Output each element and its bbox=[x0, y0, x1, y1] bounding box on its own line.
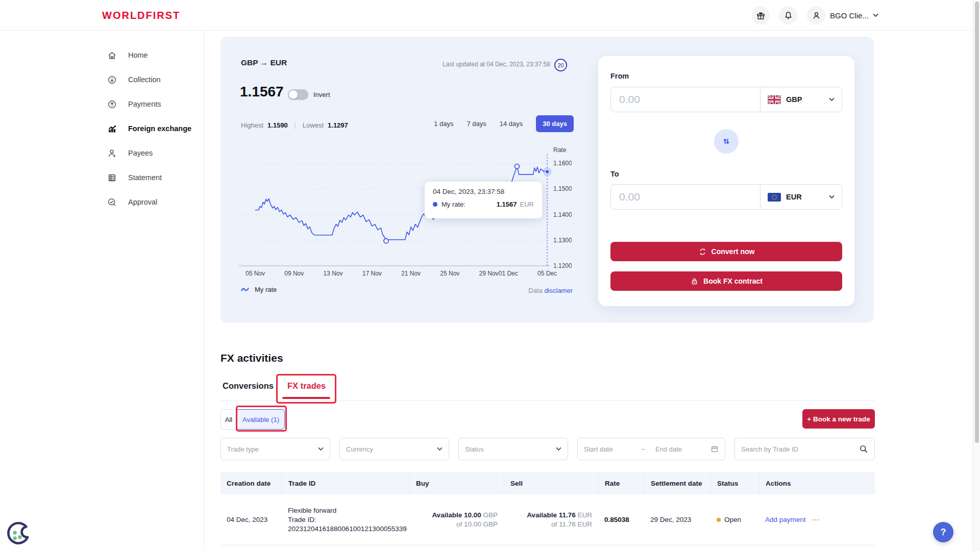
refresh-countdown-badge: 20 bbox=[554, 59, 567, 71]
to-amount-row: EUR bbox=[610, 184, 842, 210]
col-sell: Sell bbox=[504, 472, 598, 494]
trade-id-search-input[interactable] bbox=[741, 445, 859, 453]
help-button[interactable]: ? bbox=[933, 522, 953, 542]
sidebar-item-label: Collection bbox=[128, 76, 161, 84]
sell-amount: 11.76 bbox=[559, 511, 576, 519]
sidebar-item-label: Payees bbox=[128, 149, 153, 157]
trade-id-search[interactable] bbox=[734, 438, 875, 460]
svg-text:05 Nov: 05 Nov bbox=[246, 270, 265, 277]
approval-icon bbox=[107, 197, 117, 207]
convert-now-button[interactable]: Convert now bbox=[610, 242, 842, 261]
filter-chip-all[interactable]: All bbox=[220, 409, 237, 430]
notifications-button[interactable] bbox=[779, 6, 797, 24]
divider bbox=[220, 400, 875, 401]
chevron-down-icon bbox=[829, 195, 835, 199]
filters-row: Trade type Currency Status Start date ~ … bbox=[220, 438, 875, 460]
foreign-exchange-icon bbox=[107, 124, 117, 134]
active-tab-underline bbox=[282, 397, 330, 399]
divider bbox=[295, 122, 296, 129]
to-currency-code: EUR bbox=[786, 193, 802, 201]
start-date-placeholder: Start date bbox=[584, 445, 612, 453]
buy-available-label: Available bbox=[432, 511, 462, 519]
sidebar-item-label: Payments bbox=[128, 100, 161, 108]
home-icon bbox=[107, 51, 117, 60]
buy-currency: GBP bbox=[483, 511, 498, 519]
scrollbar-track[interactable] bbox=[973, 0, 980, 551]
eur-flag-icon bbox=[768, 193, 781, 202]
trade-id-label: Trade ID: bbox=[288, 516, 316, 523]
range-14-days[interactable]: 14 days bbox=[500, 120, 523, 128]
to-currency-select[interactable]: EUR bbox=[760, 185, 842, 209]
account-name: BGO Clie... bbox=[830, 11, 869, 20]
sidebar-item-statement[interactable]: Statement bbox=[107, 165, 162, 190]
sidebar-item-approval[interactable]: Approval bbox=[107, 190, 157, 214]
sidebar-item-home[interactable]: Home bbox=[107, 43, 148, 67]
add-payment-link[interactable]: Add payment bbox=[765, 516, 806, 523]
invert-toggle[interactable] bbox=[288, 89, 308, 100]
search-icon bbox=[859, 444, 868, 454]
currency-pair-title: GBP → EUR bbox=[241, 58, 287, 67]
tooltip-value: 1.1567 bbox=[497, 201, 517, 208]
svg-text:1.1600: 1.1600 bbox=[553, 160, 572, 167]
currency-select[interactable]: Currency bbox=[339, 438, 449, 460]
sidebar-item-collection[interactable]: Collection bbox=[107, 67, 161, 92]
range-30-days-active[interactable]: 30 days bbox=[536, 115, 574, 132]
lowest-label: Lowest bbox=[303, 121, 324, 129]
book-new-trade-button[interactable]: + Book a new trade bbox=[802, 409, 875, 429]
statement-icon bbox=[107, 173, 117, 183]
svg-text:13 Nov: 13 Nov bbox=[324, 270, 343, 277]
from-currency-code: GBP bbox=[786, 95, 802, 104]
date-range-picker[interactable]: Start date ~ End date bbox=[577, 438, 725, 460]
svg-text:09 Nov: 09 Nov bbox=[284, 270, 304, 277]
tooltip-series-label: My rate: bbox=[442, 201, 465, 208]
buy-amount: 10.00 bbox=[464, 511, 481, 519]
svg-text:Rate: Rate bbox=[553, 146, 567, 154]
gbp-flag-icon bbox=[768, 95, 781, 104]
cookie-consent-widget[interactable] bbox=[3, 520, 33, 550]
chevron-down-icon bbox=[829, 97, 835, 102]
filter-chip-available[interactable]: Available (1) bbox=[237, 409, 285, 430]
sidebar-item-foreign-exchange[interactable]: Foreign exchange bbox=[107, 116, 191, 141]
sidebar-item-label: Home bbox=[128, 51, 148, 59]
bell-icon bbox=[783, 11, 793, 20]
rewards-button[interactable] bbox=[751, 6, 770, 24]
sidebar-item-payees[interactable]: Payees bbox=[107, 141, 153, 165]
book-fx-contract-button[interactable]: Book FX contract bbox=[610, 271, 842, 291]
refresh-icon bbox=[698, 247, 707, 256]
trade-type-select[interactable]: Trade type bbox=[220, 438, 330, 460]
svg-text:21 Nov: 21 Nov bbox=[401, 270, 421, 277]
cell-trade-id: Flexible forward Trade ID: 2023120416188… bbox=[282, 494, 409, 545]
scrollbar-thumb[interactable] bbox=[975, 2, 979, 443]
chart-tooltip: 04 Dec, 2023, 23:37:58 My rate: 1.1567 E… bbox=[425, 182, 542, 218]
trade-id-value: 2023120416188006100121300055339 bbox=[288, 525, 407, 533]
sidebar-item-payments[interactable]: Payments bbox=[107, 92, 161, 116]
buy-of-total: of 10.00 GBP bbox=[456, 520, 498, 528]
high-low-row: Highest 1.1590 Lowest 1.1297 bbox=[241, 121, 348, 129]
legend-label: My rate bbox=[255, 286, 277, 293]
disclaimer-link[interactable]: disclamer bbox=[544, 287, 573, 294]
svg-text:1.1300: 1.1300 bbox=[553, 237, 572, 244]
highest-label: Highest bbox=[241, 121, 263, 129]
account-menu[interactable]: BGO Clie... bbox=[830, 0, 878, 31]
status-select[interactable]: Status bbox=[458, 438, 568, 460]
tooltip-currency: EUR bbox=[520, 201, 534, 208]
from-currency-select[interactable]: GBP bbox=[760, 87, 842, 112]
trade-type-value: Flexible forward bbox=[288, 507, 336, 514]
tab-fx-trades[interactable]: FX trades bbox=[287, 381, 326, 391]
from-amount-input[interactable] bbox=[611, 87, 760, 112]
range-1-days[interactable]: 1 days bbox=[434, 120, 453, 128]
more-actions-icon[interactable]: ⋯ bbox=[812, 515, 821, 524]
sidebar-item-label: Foreign exchange bbox=[128, 124, 191, 133]
lowest-value: 1.1297 bbox=[328, 121, 348, 129]
tab-conversions[interactable]: Conversions bbox=[223, 381, 274, 391]
sell-available-label: Available bbox=[527, 511, 557, 519]
avatar[interactable] bbox=[807, 6, 825, 24]
cell-buy: Available 10.00 GBP of 10.00 GBP bbox=[409, 494, 504, 545]
top-header: WORLDFIRST bbox=[0, 0, 980, 31]
col-actions: Actions bbox=[759, 472, 875, 494]
range-7-days[interactable]: 7 days bbox=[467, 120, 486, 128]
fx-trades-table: Creation date Trade ID Buy Sell Rate Set… bbox=[220, 472, 875, 545]
to-amount-input[interactable] bbox=[611, 185, 760, 209]
tooltip-datetime: 04 Dec, 2023, 23:37:58 bbox=[433, 188, 534, 195]
swap-currencies-button[interactable] bbox=[714, 129, 739, 154]
